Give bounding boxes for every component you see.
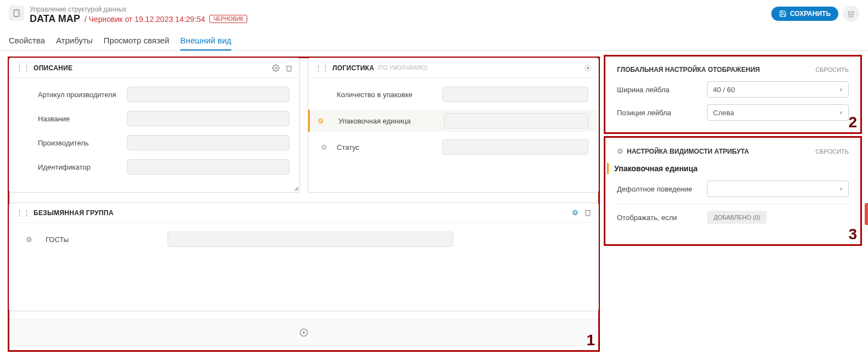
field-row[interactable]: Производитель — [19, 134, 290, 151]
delete-button[interactable] — [843, 5, 859, 22]
global-display-settings: 2 ГЛОБАЛЬНАЯ НАСТРОЙКА ОТОБРАЖЕНИЯ СБРОС… — [607, 58, 859, 131]
select-value: Слева — [713, 109, 734, 117]
chevron-down-icon: ▾ — [839, 186, 843, 193]
gear-icon[interactable]: ⚙ — [572, 209, 578, 217]
show-if-label: Отображать, если — [617, 213, 699, 222]
gear-icon: ⚙ — [617, 147, 624, 155]
drag-handle-icon[interactable]: ⋮⋮ — [16, 64, 30, 72]
drag-handle-icon[interactable]: ⋮⋮ — [16, 209, 30, 217]
save-button-label: СОХРАНИТЬ — [790, 10, 831, 18]
svg-rect-0 — [14, 10, 19, 16]
field-label: Артикул производителя — [38, 91, 120, 99]
settings-column: 2 ГЛОБАЛЬНАЯ НАСТРОЙКА ОТОБРАЖЕНИЯ СБРОС… — [607, 58, 859, 346]
draft-info: / Черновик от 19.12.2023 14:29:54 — [85, 15, 205, 24]
group-unnamed: ⋮⋮ БЕЗЫМЯННАЯ ГРУППА ⚙ ⚙ ГОСТы — [9, 203, 599, 311]
label-width-select[interactable]: 40 / 60▾ — [707, 81, 849, 98]
group-description: ⋮⋮ ОПИСАНИЕ Артикул производителя Назван… — [9, 58, 300, 193]
add-group-button[interactable] — [9, 319, 599, 346]
field-label: Количество в упаковке — [337, 91, 436, 99]
trash-icon[interactable] — [285, 64, 293, 72]
reset-button[interactable]: СБРОСИТЬ — [815, 148, 849, 155]
side-marker — [865, 203, 868, 225]
gear-icon[interactable] — [272, 64, 280, 72]
tab-attributes[interactable]: Атрибуты — [56, 32, 93, 50]
selected-attribute-name: Упаковочная единица — [607, 163, 849, 174]
field-row[interactable]: ⚙Статус — [318, 138, 588, 156]
svg-point-1 — [275, 67, 277, 69]
added-conditions-button[interactable]: ДОБАВЛЕНО (0) — [707, 211, 767, 224]
tab-links[interactable]: Просмотр связей — [104, 32, 170, 50]
trash-icon[interactable] — [584, 209, 592, 217]
field-input[interactable] — [127, 111, 290, 126]
gear-icon[interactable]: ⚙ — [310, 117, 332, 125]
gear-icon[interactable] — [584, 64, 592, 72]
panel-title: НАСТРОЙКА ВИДИМОСТИ АТРИБУТА — [627, 148, 749, 155]
field-row-selected[interactable]: ⚙Упаковочная единица — [308, 110, 598, 132]
annotation-2: 2 — [848, 114, 857, 131]
group-logistics: ⋮⋮ ЛОГИСТИКА (ПО УМОЛЧАНИЮ) Количество в… — [308, 58, 599, 193]
gear-icon[interactable]: ⚙ — [318, 143, 330, 151]
field-input[interactable] — [442, 139, 588, 155]
attribute-visibility-settings: 3 ⚙ НАСТРОЙКА ВИДИМОСТИ АТРИБУТА СБРОСИТ… — [607, 139, 859, 243]
field-input[interactable] — [444, 113, 588, 128]
reset-button[interactable]: СБРОСИТЬ — [815, 66, 849, 73]
field-input[interactable] — [442, 87, 588, 102]
drag-handle-icon[interactable]: ⋮⋮ — [315, 64, 329, 72]
page-title: DATA MAP — [30, 13, 80, 25]
field-label: Производитель — [38, 139, 120, 147]
gear-icon[interactable]: ⚙ — [19, 235, 39, 244]
group-title: ЛОГИСТИКА — [332, 64, 374, 72]
annotation-3: 3 — [848, 226, 857, 243]
select-value: 40 / 60 — [713, 86, 735, 94]
field-label: Идентификатор — [38, 163, 120, 171]
draft-badge: ЧЕРНОВИК — [209, 15, 247, 23]
field-label: Название — [38, 115, 120, 123]
default-behavior-select[interactable]: ▾ — [707, 181, 849, 197]
field-label: ГОСТы — [46, 235, 161, 244]
chevron-down-icon: ▾ — [839, 86, 843, 93]
field-row[interactable]: Название — [19, 110, 290, 127]
label-width-label: Ширина лейбла — [617, 86, 699, 94]
page-header: Управление структурой данных DATA MAP / … — [0, 0, 868, 25]
svg-point-2 — [587, 67, 589, 69]
field-label: Статус — [337, 143, 436, 151]
field-row[interactable]: ⚙ ГОСТы — [19, 231, 588, 248]
breadcrumb: Управление структурой данных — [30, 5, 247, 13]
field-input[interactable] — [168, 232, 453, 247]
field-label: Упаковочная единица — [338, 117, 437, 125]
field-input[interactable] — [127, 87, 290, 102]
chevron-down-icon: ▾ — [839, 109, 843, 116]
save-button[interactable]: СОХРАНИТЬ — [771, 7, 838, 21]
panel-title: ГЛОБАЛЬНАЯ НАСТРОЙКА ОТОБРАЖЕНИЯ — [617, 66, 760, 74]
field-row[interactable]: Идентификатор — [19, 158, 290, 176]
field-row[interactable]: Артикул производителя — [19, 86, 290, 103]
field-input[interactable] — [127, 159, 290, 175]
document-icon — [9, 5, 24, 21]
field-row[interactable]: Количество в упаковке — [318, 86, 588, 103]
group-title: БЕЗЫМЯННАЯ ГРУППА — [34, 209, 114, 217]
resize-handle-icon[interactable]: ◢ — [294, 185, 298, 191]
tab-properties[interactable]: Свойства — [9, 32, 45, 50]
tabs: Свойства Атрибуты Просмотр связей Внешни… — [0, 28, 868, 51]
group-title: ОПИСАНИЕ — [34, 64, 73, 72]
layout-area: 1 ⋮⋮ ОПИСАНИЕ Артикул производителя Назв… — [9, 58, 599, 346]
tab-appearance[interactable]: Внешний вид — [180, 32, 231, 50]
label-pos-select[interactable]: Слева▾ — [707, 104, 849, 121]
field-input[interactable] — [127, 135, 290, 150]
label-pos-label: Позиция лейбла — [617, 109, 699, 117]
default-behavior-label: Дефолтное поведение — [617, 185, 699, 193]
group-subtitle: (ПО УМОЛЧАНИЮ) — [377, 65, 427, 71]
